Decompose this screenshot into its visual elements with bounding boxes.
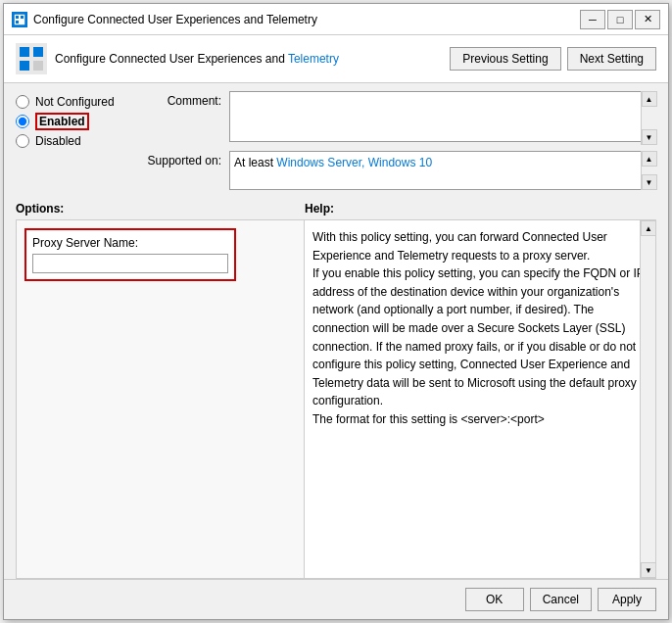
apply-button[interactable]: Apply xyxy=(598,588,656,611)
header-icon xyxy=(16,43,47,74)
comment-scrollbar: ▲ ▼ xyxy=(641,91,656,145)
header-title: Configure Connected User Experiences and… xyxy=(55,52,339,66)
header-bar: Configure Connected User Experiences and… xyxy=(4,35,668,83)
options-content: Proxy Server Name: xyxy=(17,220,304,578)
help-paragraph-3: The format for this setting is <server>:… xyxy=(312,410,648,429)
help-scroll-track xyxy=(641,236,655,562)
svg-rect-6 xyxy=(33,47,43,57)
title-bar-controls: ─ □ ✕ xyxy=(580,10,660,29)
scroll-track xyxy=(642,107,656,129)
help-scrollbar: ▲ ▼ xyxy=(640,220,655,578)
cancel-button[interactable]: Cancel xyxy=(530,588,592,611)
options-section-label: Options: xyxy=(16,202,305,216)
ok-button[interactable]: OK xyxy=(465,588,524,611)
supported-text: At least Windows Server, Windows 10 xyxy=(234,156,640,169)
radio-group: Not Configured Enabled Disabled xyxy=(16,95,133,190)
maximize-button[interactable]: □ xyxy=(607,10,633,29)
not-configured-radio[interactable] xyxy=(16,95,29,109)
comment-label: Comment: xyxy=(133,94,221,108)
supported-label: Supported on: xyxy=(133,154,221,168)
close-button[interactable]: ✕ xyxy=(635,10,660,29)
not-configured-label: Not Configured xyxy=(35,95,115,109)
radio-disabled[interactable]: Disabled xyxy=(16,134,133,148)
right-fields: Comment: ▲ ▼ Supported on: xyxy=(133,91,656,190)
header-buttons: Previous Setting Next Setting xyxy=(450,47,656,71)
radio-not-configured[interactable]: Not Configured xyxy=(16,95,133,109)
top-section: Not Configured Enabled Disabled Comment: xyxy=(4,83,668,190)
scroll-down-arrow[interactable]: ▼ xyxy=(642,129,657,145)
help-panel: With this policy setting, you can forwar… xyxy=(305,219,656,579)
title-bar-text: Configure Connected User Experiences and… xyxy=(33,13,580,26)
options-panel: Proxy Server Name: xyxy=(16,219,305,579)
supported-field-container: At least Windows Server, Windows 10 ▲ ▼ xyxy=(229,151,656,190)
comment-field-container: ▲ ▼ xyxy=(229,91,656,145)
help-scroll-up[interactable]: ▲ xyxy=(641,220,656,236)
main-window: Configure Connected User Experiences and… xyxy=(3,3,669,620)
proxy-input[interactable] xyxy=(32,254,228,273)
svg-rect-1 xyxy=(16,16,19,19)
enabled-radio[interactable] xyxy=(16,115,29,128)
enabled-label: Enabled xyxy=(35,115,89,128)
header-left: Configure Connected User Experiences and… xyxy=(16,43,339,74)
svg-rect-5 xyxy=(20,47,29,57)
window-icon xyxy=(12,12,27,27)
bottom-panels: Proxy Server Name: With this policy sett… xyxy=(4,219,668,579)
footer: OK Cancel Apply xyxy=(4,579,668,619)
radio-enabled[interactable]: Enabled xyxy=(16,115,133,128)
supported-scrollbar: ▲ ▼ xyxy=(641,151,656,190)
disabled-label: Disabled xyxy=(35,134,81,148)
previous-setting-button[interactable]: Previous Setting xyxy=(450,47,560,71)
help-content: With this policy setting, you can forwar… xyxy=(305,220,655,578)
minimize-button[interactable]: ─ xyxy=(580,10,605,29)
svg-rect-2 xyxy=(21,16,24,19)
help-paragraph-1: With this policy setting, you can forwar… xyxy=(312,228,648,264)
proxy-label: Proxy Server Name: xyxy=(32,236,228,250)
main-content: Not Configured Enabled Disabled Comment: xyxy=(4,83,668,579)
supported-value: At least Windows Server, Windows 10 xyxy=(234,156,432,169)
supported-row: Supported on: At least Windows Server, W… xyxy=(133,151,656,190)
proxy-section: Proxy Server Name: xyxy=(24,228,236,281)
svg-rect-3 xyxy=(16,21,19,24)
comment-textarea[interactable] xyxy=(229,91,656,142)
supported-scroll-down[interactable]: ▼ xyxy=(642,174,657,190)
svg-rect-0 xyxy=(14,14,25,25)
help-scroll-down[interactable]: ▼ xyxy=(641,562,656,578)
disabled-radio[interactable] xyxy=(16,134,29,148)
title-bar: Configure Connected User Experiences and… xyxy=(4,4,668,35)
help-paragraph-2: If you enable this policy setting, you c… xyxy=(312,264,648,410)
svg-rect-8 xyxy=(33,61,43,71)
supported-field: At least Windows Server, Windows 10 xyxy=(229,151,656,190)
comment-row: Comment: ▲ ▼ xyxy=(133,91,656,145)
help-section-label: Help: xyxy=(305,202,656,216)
next-setting-button[interactable]: Next Setting xyxy=(567,47,656,71)
svg-rect-7 xyxy=(20,61,29,71)
supported-scroll-up[interactable]: ▲ xyxy=(642,151,657,167)
section-labels: Options: Help: xyxy=(4,190,668,216)
scroll-up-arrow[interactable]: ▲ xyxy=(642,91,657,107)
supported-scroll-track xyxy=(642,167,656,174)
